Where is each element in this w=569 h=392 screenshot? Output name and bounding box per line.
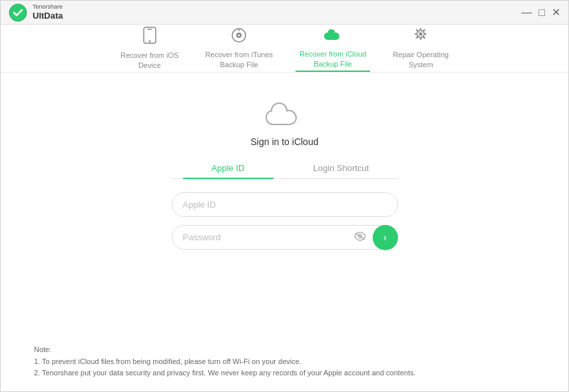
tab-apple-id[interactable]: Apple ID — [172, 158, 285, 178]
navigation-bar: Recover from iOSDevice Recover from iTun… — [1, 25, 568, 73]
title-bar: Tenorshare UltData — □ ✕ — [1, 1, 568, 25]
minimize-button[interactable]: — — [521, 7, 532, 18]
itunes-backup-icon — [231, 27, 247, 47]
notes-section: Note: 1. To prevent iCloud files from be… — [34, 345, 535, 379]
maximize-button[interactable]: □ — [538, 7, 545, 18]
apple-id-input[interactable] — [172, 192, 398, 217]
brand-bottom: UltData — [33, 11, 63, 21]
notes-item-1: 1. To prevent iCloud files from being mo… — [34, 356, 535, 368]
itunes-backup-label: Recover from iTunesBackup File — [205, 50, 273, 69]
login-form: › — [172, 192, 398, 250]
brand-top: Tenorshare — [33, 3, 63, 11]
password-wrapper: › — [172, 225, 398, 250]
close-button[interactable]: ✕ — [552, 7, 560, 18]
nav-item-ios-device[interactable]: Recover from iOSDevice — [107, 25, 192, 72]
nav-item-itunes-backup[interactable]: Recover from iTunesBackup File — [192, 25, 286, 72]
window-controls[interactable]: — □ ✕ — [521, 7, 560, 18]
svg-point-3 — [148, 41, 150, 43]
app-branding: Tenorshare UltData — [9, 3, 63, 22]
login-tabs: Apple ID Login Shortcut — [172, 158, 398, 179]
svg-point-7 — [238, 35, 240, 37]
icloud-backup-label: Recover from iCloudBackup File — [299, 49, 366, 69]
nav-item-repair-system[interactable]: Repair OperatingSystem — [379, 25, 462, 72]
repair-system-label: Repair OperatingSystem — [393, 50, 449, 69]
repair-system-icon — [413, 27, 429, 47]
main-content: Sign in to iCloud Apple ID Login Shortcu… — [1, 73, 568, 392]
tab-login-shortcut[interactable]: Login Shortcut — [285, 158, 398, 178]
apple-id-wrapper — [172, 192, 398, 217]
notes-item-2: 2. Tenorshare put your data security and… — [34, 367, 535, 379]
icloud-backup-icon — [323, 28, 343, 47]
cloud-section: Sign in to iCloud — [251, 99, 319, 147]
notes-title: Note: — [34, 345, 535, 353]
app-name: Tenorshare UltData — [33, 3, 63, 21]
sign-in-title: Sign in to iCloud — [251, 136, 319, 147]
svg-point-9 — [419, 33, 423, 36]
ios-device-label: Recover from iOSDevice — [120, 51, 178, 70]
app-logo — [9, 3, 27, 22]
ios-device-icon — [142, 27, 157, 48]
nav-item-icloud-backup[interactable]: Recover from iCloudBackup File — [286, 25, 379, 72]
toggle-password-icon[interactable] — [354, 232, 366, 244]
cloud-icon — [263, 99, 305, 131]
submit-button[interactable]: › — [373, 225, 398, 250]
